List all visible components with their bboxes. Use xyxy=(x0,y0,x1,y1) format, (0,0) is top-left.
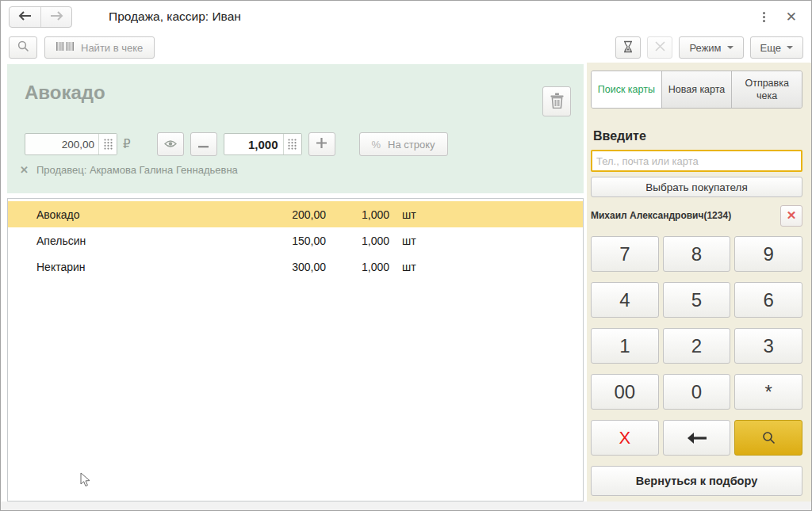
keypad-backspace-button[interactable] xyxy=(663,420,731,456)
keypad-key-8[interactable]: 8 xyxy=(663,236,731,272)
col-qty: 1,000 xyxy=(326,235,389,247)
keypad-grid-icon[interactable] xyxy=(283,134,301,154)
selected-customer-row: Михаил Александрович(1234) ✕ xyxy=(591,204,802,227)
eye-icon xyxy=(164,136,177,152)
tab-1[interactable]: Новая карта xyxy=(662,71,733,108)
keypad-key-0[interactable]: 0 xyxy=(663,374,731,410)
select-customer-button[interactable]: Выбрать покупателя xyxy=(591,177,802,197)
keypad-special-row: X xyxy=(591,420,802,456)
remove-customer-button[interactable]: ✕ xyxy=(780,205,802,227)
find-in-receipt-button[interactable]: Найти в чеке xyxy=(44,36,155,59)
col-qty: 1,000 xyxy=(326,261,389,273)
pos-window: Продажа, кассир: Иван ✕ Найти в чеке xyxy=(0,0,812,511)
items-list: Авокадо200,001,000штАпельсин150,001,000ш… xyxy=(7,198,584,501)
keypad-cancel-button[interactable]: X xyxy=(591,420,659,456)
receipt-area: Авокадо ₽ xyxy=(7,63,584,501)
card-panel: Поиск картыНовая картаОтправка чека Введ… xyxy=(587,63,811,501)
keypad-key-7[interactable]: 7 xyxy=(591,236,659,272)
backspace-arrow-icon xyxy=(686,427,707,449)
delete-line-button[interactable] xyxy=(542,86,571,116)
keypad-key-*[interactable]: * xyxy=(734,374,802,410)
toolbar: Найти в чеке Режим Еще xyxy=(1,32,811,63)
hourglass-button[interactable] xyxy=(615,36,641,59)
price-field[interactable] xyxy=(25,134,98,154)
table-row[interactable]: Апельсин150,001,000шт xyxy=(8,227,583,254)
col-name: Нектарин xyxy=(36,261,259,273)
close-icon[interactable]: ✕ xyxy=(783,9,800,25)
title-actions: ✕ xyxy=(760,1,800,32)
mode-dropdown-button[interactable]: Режим xyxy=(679,36,743,59)
keypad-key-6[interactable]: 6 xyxy=(734,282,802,318)
col-unit: шт xyxy=(389,261,416,273)
tab-0[interactable]: Поиск карты xyxy=(592,71,662,108)
mode-label: Режим xyxy=(689,42,721,54)
col-price: 300,00 xyxy=(259,261,326,273)
keypad-key-9[interactable]: 9 xyxy=(734,236,802,272)
plus-icon xyxy=(316,136,327,152)
keypad-key-00[interactable]: 00 xyxy=(591,374,659,410)
x-icon xyxy=(655,41,665,54)
red-x-icon: ✕ xyxy=(787,208,797,223)
current-item-panel: Авокадо ₽ xyxy=(7,64,584,193)
hourglass-icon xyxy=(622,40,634,55)
col-price: 200,00 xyxy=(259,208,326,221)
chevron-down-icon xyxy=(727,46,733,49)
keypad-key-4[interactable]: 4 xyxy=(591,282,659,318)
qty-field-wrap xyxy=(224,133,302,155)
col-price: 150,00 xyxy=(259,235,326,247)
title-bar: Продажа, кассир: Иван ✕ xyxy=(1,1,811,32)
seller-label: Продавец: Акрамова Галина Геннадьевна xyxy=(36,164,238,176)
remove-seller-icon[interactable]: ✕ xyxy=(20,164,29,176)
kebab-menu-icon[interactable] xyxy=(760,9,768,25)
table-row[interactable]: Нектарин300,001,000шт xyxy=(8,254,583,280)
page-title: Продажа, кассир: Иван xyxy=(109,10,241,24)
arrow-right-icon xyxy=(50,11,63,23)
card-search-input[interactable] xyxy=(591,150,802,172)
keypad: 789456123000* xyxy=(591,236,802,410)
decrease-qty-button[interactable] xyxy=(190,132,217,156)
col-unit: шт xyxy=(389,235,416,247)
more-label: Еще xyxy=(760,42,781,54)
keypad-key-3[interactable]: 3 xyxy=(734,328,802,364)
search-button[interactable] xyxy=(9,36,37,59)
keypad-grid-icon[interactable] xyxy=(98,134,117,154)
keypad-search-button[interactable] xyxy=(734,420,802,456)
view-price-button[interactable] xyxy=(157,132,184,156)
keypad-key-1[interactable]: 1 xyxy=(591,328,659,364)
find-in-receipt-label: Найти в чеке xyxy=(81,42,143,54)
line-discount-button[interactable]: % На строку xyxy=(359,132,448,156)
table-row[interactable]: Авокадо200,001,000шт xyxy=(8,201,583,227)
line-edit-row: ₽ xyxy=(25,132,448,156)
quantity-field[interactable] xyxy=(224,134,283,154)
col-qty: 1,000 xyxy=(326,208,389,221)
search-icon xyxy=(17,40,29,55)
col-unit: шт xyxy=(389,208,416,221)
col-name: Апельсин xyxy=(36,235,259,247)
col-name: Авокадо xyxy=(36,208,259,221)
card-tabs: Поиск картыНовая картаОтправка чека xyxy=(591,71,802,109)
enter-heading: Введите xyxy=(593,129,802,143)
forward-button[interactable] xyxy=(40,7,71,27)
price-field-wrap xyxy=(25,133,117,155)
increase-qty-button[interactable] xyxy=(308,132,335,156)
seller-row: ✕ Продавец: Акрамова Галина Геннадьевна xyxy=(20,164,238,176)
customer-name: Михаил Александрович(1234) xyxy=(591,210,731,221)
keypad-key-2[interactable]: 2 xyxy=(663,328,731,364)
back-button[interactable] xyxy=(10,7,40,27)
barcode-icon xyxy=(56,41,74,54)
search-icon xyxy=(762,427,776,449)
back-to-selection-button[interactable]: Вернуться к подбору xyxy=(591,466,802,496)
toolbar-right: Режим Еще xyxy=(615,36,803,59)
more-dropdown-button[interactable]: Еще xyxy=(750,36,803,59)
line-discount-label: На строку xyxy=(388,139,435,151)
percent-icon: % xyxy=(372,139,381,151)
ruble-sign: ₽ xyxy=(123,137,131,151)
nav-history-group xyxy=(9,6,72,28)
minus-icon xyxy=(198,136,209,152)
tab-2[interactable]: Отправка чека xyxy=(732,71,802,108)
main-content: Авокадо ₽ xyxy=(1,63,811,501)
keypad-key-5[interactable]: 5 xyxy=(663,282,731,318)
current-item-name: Авокадо xyxy=(25,82,105,104)
chevron-down-icon xyxy=(787,46,793,49)
cancel-search-button[interactable] xyxy=(647,36,672,59)
